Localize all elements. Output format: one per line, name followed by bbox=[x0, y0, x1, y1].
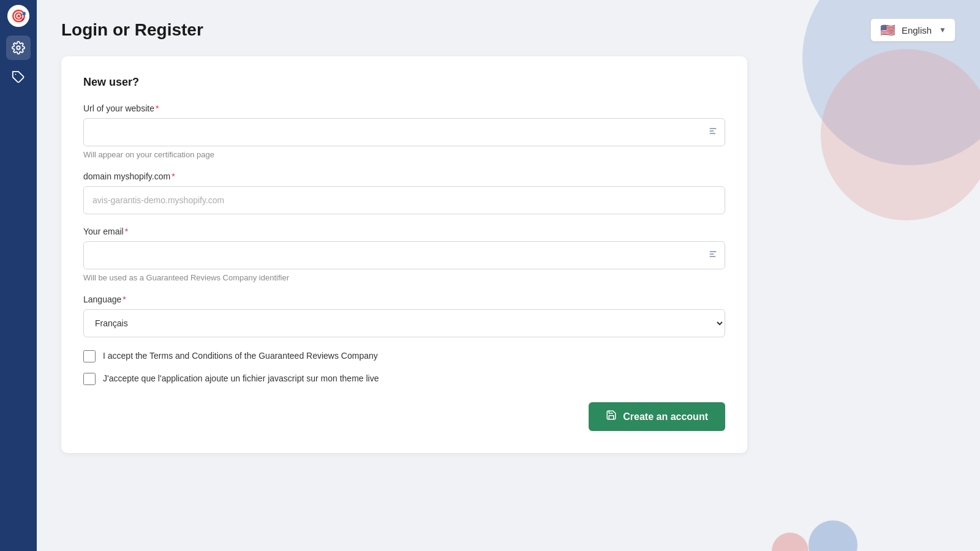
email-input-wrapper bbox=[83, 241, 725, 269]
bg-decoration-blue2 bbox=[809, 520, 858, 551]
checkbox1-group: I accept the Terms and Conditions of the… bbox=[83, 350, 725, 362]
page-header: Login or Register 🇺🇸 English ▼ bbox=[61, 18, 956, 42]
gear-icon bbox=[12, 41, 25, 54]
flag-icon: 🇺🇸 bbox=[880, 24, 897, 36]
language-label: English bbox=[902, 25, 932, 36]
domain-label: domain myshopify.com* bbox=[83, 171, 725, 181]
language-group: Language* Français English Deutsch Españ… bbox=[83, 294, 725, 337]
sidebar-logo-item[interactable]: 🎯 bbox=[6, 6, 31, 31]
url-group: Url of your website* Will appear on your… bbox=[83, 103, 725, 159]
email-group: Your email* Will be used as a Guaranteed… bbox=[83, 227, 725, 282]
main-content: Login or Register 🇺🇸 English ▼ New user?… bbox=[37, 0, 980, 551]
language-label-field: Language* bbox=[83, 294, 725, 304]
js-label[interactable]: J'accepte que l'application ajoute un fi… bbox=[103, 372, 379, 385]
url-input[interactable] bbox=[83, 118, 725, 146]
url-input-icon bbox=[708, 126, 718, 138]
form-footer: Create an account bbox=[83, 402, 725, 431]
email-input[interactable] bbox=[83, 241, 725, 269]
tag-icon bbox=[12, 70, 25, 84]
domain-group: domain myshopify.com* bbox=[83, 171, 725, 214]
form-card: New user? Url of your website* Will appe… bbox=[61, 56, 747, 453]
language-selector[interactable]: 🇺🇸 English ▼ bbox=[870, 18, 956, 42]
save-icon bbox=[606, 410, 617, 424]
sidebar-item-settings[interactable] bbox=[6, 36, 31, 60]
js-checkbox[interactable] bbox=[83, 373, 96, 385]
email-hint: Will be used as a Guaranteed Reviews Com… bbox=[83, 273, 725, 282]
page-title: Login or Register bbox=[61, 20, 203, 40]
terms-checkbox[interactable] bbox=[83, 350, 96, 362]
section-title: New user? bbox=[83, 76, 725, 89]
url-hint: Will appear on your certification page bbox=[83, 150, 725, 159]
email-input-icon bbox=[708, 249, 718, 261]
sidebar: 🎯 bbox=[0, 0, 37, 551]
language-select[interactable]: Français English Deutsch Español bbox=[83, 309, 725, 337]
checkbox2-group: J'accepte que l'application ajoute un fi… bbox=[83, 372, 725, 385]
create-account-label: Create an account bbox=[623, 411, 708, 422]
sidebar-item-tag[interactable] bbox=[6, 65, 31, 89]
chevron-down-icon: ▼ bbox=[939, 26, 946, 34]
create-account-button[interactable]: Create an account bbox=[589, 402, 725, 431]
domain-input[interactable] bbox=[83, 186, 725, 214]
bg-decoration-pink2 bbox=[772, 533, 809, 551]
svg-point-0 bbox=[17, 46, 20, 50]
url-input-wrapper bbox=[83, 118, 725, 146]
bg-decoration-pink bbox=[821, 49, 980, 220]
email-label: Your email* bbox=[83, 227, 725, 236]
url-label: Url of your website* bbox=[83, 103, 725, 113]
terms-label[interactable]: I accept the Terms and Conditions of the… bbox=[103, 350, 378, 362]
